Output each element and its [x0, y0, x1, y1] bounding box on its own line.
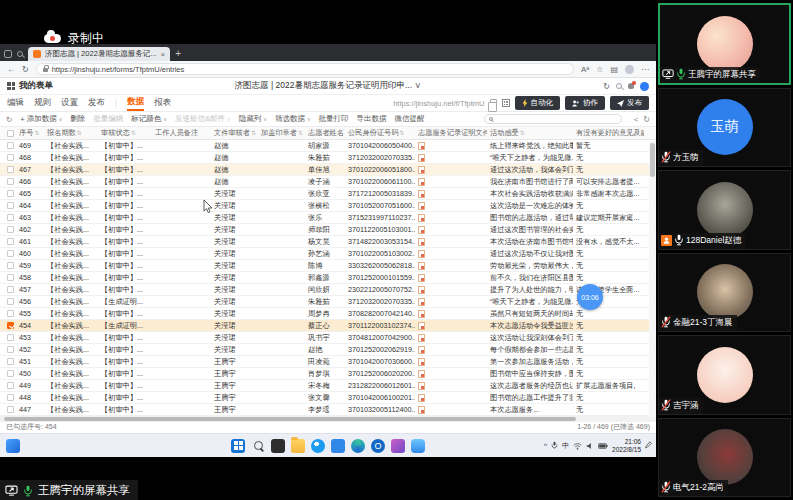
table-row[interactable]: 460【社会实践...【初审中】...关滢珺孙艺涵370102200510300… — [0, 248, 656, 260]
mic-on-icon[interactable] — [676, 68, 686, 82]
qq-icon[interactable] — [311, 439, 325, 453]
batch-edit-button[interactable]: 批量编辑 — [93, 114, 123, 124]
row-checkbox[interactable] — [7, 250, 14, 257]
new-tab-button[interactable]: + — [175, 48, 181, 59]
collaborate-button[interactable]: 协作 — [565, 96, 605, 110]
participant-tile[interactable]: 玉萌方玉萌 — [658, 88, 791, 168]
select-all-checkbox-cell[interactable] — [0, 130, 16, 137]
table-row[interactable]: 450【社会实践...【初审中】...王腾宇肖梦琪370125200602020… — [0, 368, 656, 380]
table-row[interactable]: 453【社会实践...【初审中】...关滢珺巩书宇370481200704290… — [0, 332, 656, 344]
attachment-file-icon[interactable] — [418, 298, 425, 306]
refresh-data-icon[interactable]: ↻ — [6, 115, 12, 124]
participant-tile[interactable]: 128Daniel赵德 — [658, 170, 791, 250]
attachment-file-icon[interactable] — [418, 154, 425, 162]
row-checkbox[interactable] — [7, 298, 14, 305]
batch-print-button[interactable]: 批量打印 — [319, 114, 349, 124]
attachment-file-icon[interactable] — [418, 406, 425, 414]
participant-tile[interactable]: 吉宇涵 — [658, 335, 791, 415]
table-row[interactable]: 452【社会实践...【初审中】...关滢珺赵艳3701252002062919… — [0, 344, 656, 356]
reload-view-icon[interactable]: ↻ — [643, 115, 650, 124]
row-checkbox[interactable] — [7, 238, 14, 245]
attachment-file-icon[interactable] — [418, 382, 425, 390]
taskbar-clock[interactable]: 21:06 2022/8/15 — [612, 438, 641, 453]
floating-timer-bubble[interactable]: 03:06 — [577, 284, 603, 310]
table-row[interactable]: 469【社会实践...【初审中】...赵德胡家源3701042006050400… — [0, 140, 656, 152]
taskbar-search-icon[interactable] — [251, 439, 265, 453]
table-row[interactable]: 464【社会实践...【初审中】...关滢珺张横松370105200705160… — [0, 200, 656, 212]
delete-button[interactable]: 删除 — [70, 114, 85, 124]
forms-grid-icon[interactable] — [7, 82, 15, 90]
menu-reports[interactable]: 报表 — [154, 97, 171, 109]
mark-color-button[interactable]: 标记颜色∨ — [131, 114, 167, 124]
row-checkbox[interactable] — [7, 166, 14, 173]
tab-close-icon[interactable]: × — [161, 50, 166, 59]
col-activity-feeling[interactable]: 活动感受⇅ — [487, 128, 573, 138]
mic-on-icon[interactable] — [674, 234, 684, 248]
col-seal-applier[interactable]: 加盖印章者⇅ — [258, 128, 305, 138]
sync-icon[interactable]: ↻ — [603, 82, 610, 91]
vertical-scrollbar[interactable] — [649, 141, 656, 417]
participant-tile[interactable]: 王腾宇的屏幕共享 — [658, 3, 791, 85]
send-sms-button[interactable]: 发送短信&邮件∨ — [175, 114, 231, 124]
table-row[interactable]: 462【社会实践...【初审中】...关滢珺师菲阳370112200510300… — [0, 224, 656, 236]
table-row[interactable]: 448【社会实践...【初审中】...王腾宇张文馨370104200610020… — [0, 392, 656, 404]
attachment-file-icon[interactable] — [418, 370, 425, 378]
wifi-icon[interactable] — [573, 442, 582, 450]
table-row[interactable]: 447【社会实践...【初审中】...王腾宇李梦瑶370103200511240… — [0, 404, 656, 416]
attachment-file-icon[interactable] — [418, 394, 425, 402]
address-bar[interactable]: https://jinshuju.net/forms/TfptmU/entrie… — [36, 63, 574, 75]
tab-search-icon[interactable] — [17, 51, 23, 57]
row-checkbox[interactable] — [7, 394, 14, 401]
file-explorer-icon[interactable] — [291, 439, 305, 453]
table-row[interactable]: 466【社会实践...【初审中】...赵德凌子涵3701022006061100… — [0, 176, 656, 188]
row-checkbox[interactable] — [7, 286, 14, 293]
row-checkbox[interactable] — [7, 178, 14, 185]
docs-app-icon[interactable] — [331, 439, 345, 453]
notification-bell-icon[interactable] — [628, 83, 634, 89]
attachment-file-icon[interactable] — [418, 202, 425, 210]
read-aloud-icon[interactable]: Aᵃ — [581, 65, 589, 74]
menu-data[interactable]: 数据 — [127, 96, 144, 111]
more-icon[interactable]: ⋯ — [641, 65, 649, 74]
tab-actions-icon[interactable] — [4, 50, 12, 58]
horizontal-scrollbar[interactable] — [0, 416, 656, 422]
row-checkbox[interactable] — [7, 346, 14, 353]
office-app-icon[interactable]: O — [371, 439, 385, 453]
task-view-icon[interactable] — [271, 439, 285, 453]
col-seq[interactable]: 序号⇅ — [16, 128, 44, 138]
row-checkbox[interactable] — [7, 334, 14, 341]
participant-tile[interactable]: 金融21-3丁海晨 — [658, 253, 791, 333]
attachment-file-icon[interactable] — [418, 238, 425, 246]
mic-muted-icon[interactable] — [661, 481, 671, 495]
my-forms-label[interactable]: 我的表单 — [19, 80, 53, 92]
vscroll-thumb[interactable] — [650, 143, 655, 177]
col-suggestions[interactable]: 有没有更好的意见及建 — [573, 128, 644, 138]
attachment-file-icon[interactable] — [418, 358, 425, 366]
row-checkbox[interactable] — [7, 406, 14, 413]
table-row[interactable]: 468【社会实践...【初审中】...赵德朱雅茹3712032002070335… — [0, 152, 656, 164]
share-view-icon[interactable]: < — [634, 115, 639, 124]
battery-icon[interactable] — [598, 443, 608, 449]
table-row[interactable]: 449【社会实践...【初审中】...王腾宇宋冬梅231282200601260… — [0, 380, 656, 392]
attachment-file-icon[interactable] — [418, 274, 425, 282]
hide-columns-button[interactable]: 隐藏列∨ — [239, 114, 267, 124]
table-row[interactable]: 465【社会实践...【初审中】...关滢珺张欣亚371721200503183… — [0, 188, 656, 200]
add-data-button[interactable]: +添加数据∨ — [20, 114, 62, 124]
menu-edit[interactable]: 编辑 — [7, 97, 24, 109]
col-file-reviewer[interactable]: 文件审核者⇅ — [211, 128, 258, 138]
attachment-file-icon[interactable] — [418, 322, 425, 330]
col-certificate-file[interactable]: 志愿服务记录证明文件 — [415, 128, 487, 138]
attachment-file-icon[interactable] — [418, 310, 425, 318]
favorites-icon[interactable]: ☆ — [596, 65, 603, 74]
col-volunteer-name[interactable]: 志愿者姓名⇅ — [305, 128, 345, 138]
back-icon[interactable]: ← — [7, 65, 15, 74]
row-checkbox[interactable] — [7, 274, 14, 281]
attachment-file-icon[interactable] — [418, 190, 425, 198]
app-logo-icon[interactable] — [640, 82, 649, 91]
attachment-file-icon[interactable] — [418, 226, 425, 234]
wechat-reminder-button[interactable]: 微信提醒 — [395, 114, 425, 124]
export-data-button[interactable]: 导出数据 — [357, 114, 387, 124]
media-app-icon[interactable] — [391, 439, 405, 453]
table-row[interactable]: 455【社会实践...【初审中】...关滢珺周梦冉370828200704214… — [0, 308, 656, 320]
col-id-number[interactable]: 公民身份证号码⇅ — [345, 128, 415, 138]
